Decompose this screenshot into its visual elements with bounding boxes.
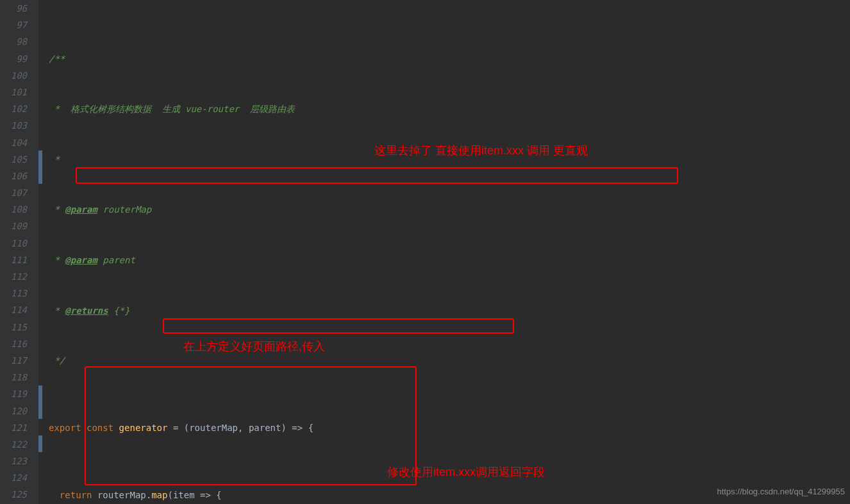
line-number: 106 [0,168,27,184]
fold-column [38,0,47,504]
param: item [173,490,200,500]
annotation-text-2: 在上方定义好页面路径,传入 [183,338,325,355]
doc-comment: * [49,255,65,265]
doc-tag: @returns [65,305,108,316]
vcs-change-marker [38,435,42,452]
line-number: 117 [0,352,27,369]
vcs-change-marker [38,150,42,184]
line-number: 125 [0,486,27,503]
vcs-change-marker [38,386,42,419]
line-number: 101 [0,84,27,101]
line-number: 121 [0,419,27,436]
line-number-gutter: 9697989910010110210310410510610710810911… [0,0,38,504]
line-number: 111 [0,252,27,268]
line-number: 108 [0,201,27,218]
line-number: 103 [0,117,27,134]
doc-param: parent [97,255,135,265]
line-number: 120 [0,403,27,419]
line-number: 124 [0,469,27,486]
line-number: 118 [0,369,27,386]
doc-comment: * [49,204,65,215]
line-number: 112 [0,268,27,285]
code-area[interactable]: /** * 格式化树形结构数据 生成 vue-router 层级路由表 * * … [47,0,850,504]
annotation-text-3: 修改使用item.xxx调用返回字段 [387,464,545,480]
param: parent [249,423,281,433]
line-number: 113 [0,285,27,302]
punc: ( [167,490,172,500]
watermark-text: https://blog.csdn.net/qq_41299955 [717,484,846,500]
line-number: 100 [0,67,27,84]
annotation-box-1 [76,167,678,184]
line-number: 119 [0,386,27,402]
doc-comment: * 格式化树形结构数据 生成 vue-router 层级路由表 [49,104,295,114]
func-name: generator [119,423,173,433]
line-number: 116 [0,336,27,352]
line-number: 107 [0,184,27,201]
line-number: 123 [0,453,27,469]
punc: => { [200,490,222,500]
doc-tag: @param [65,204,97,215]
punc: . [146,490,151,500]
line-number: 114 [0,302,27,318]
line-number: 122 [0,436,27,453]
doc-return: {*} [108,305,130,316]
line-number: 96 [0,0,27,17]
doc-tag: @param [65,255,97,265]
line-number: 109 [0,218,27,234]
param: routerMap [189,423,238,433]
punc: ) => { [281,423,313,433]
kw-const: const [87,423,119,433]
kw-export: export [49,423,87,433]
line-number: 105 [0,151,27,168]
ident: routerMap [97,490,146,500]
annotation-box-2 [163,318,514,334]
punc: = ( [173,423,189,433]
annotation-text-1: 这里去掉了 直接使用item.xxx 调用 更直观 [374,142,588,159]
line-number: 115 [0,319,27,336]
line-number: 97 [0,17,27,33]
doc-comment: /** [49,54,65,64]
kw-return: return [60,490,97,500]
doc-comment: * [49,154,60,165]
doc-comment: */ [49,355,65,366]
punc: , [238,423,249,433]
doc-comment: * [49,305,65,316]
doc-param: routerMap [97,204,151,215]
line-number: 99 [0,51,27,67]
line-number: 98 [0,33,27,50]
line-number: 110 [0,235,27,252]
method: map [151,490,167,500]
code-editor[interactable]: 9697989910010110210310410510610710810911… [0,0,850,504]
line-number: 104 [0,134,27,151]
line-number: 102 [0,101,27,117]
